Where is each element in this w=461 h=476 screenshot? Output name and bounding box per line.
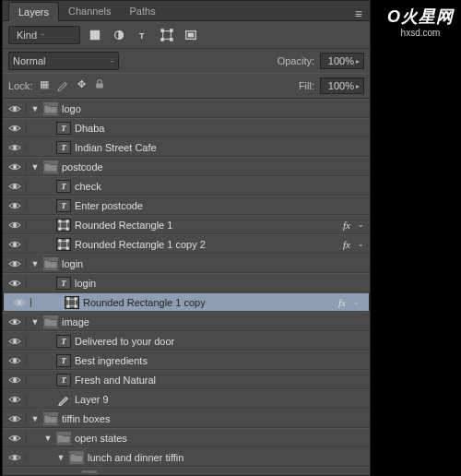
layer-row[interactable]: ▼header xyxy=(3,467,370,473)
visibility-toggle[interactable] xyxy=(3,162,27,172)
layer-name[interactable]: Delivered to your door xyxy=(75,336,174,347)
layer-name[interactable]: Rounded Rectangle 1 copy xyxy=(83,297,206,308)
visibility-toggle[interactable] xyxy=(3,259,27,268)
visibility-toggle[interactable] xyxy=(3,375,27,385)
layer-row[interactable]: ▼login xyxy=(3,254,370,273)
blend-mode-select[interactable]: Normal ÷ xyxy=(8,52,119,70)
layer-row[interactable]: ▼postcode xyxy=(3,157,370,176)
layer-row[interactable]: Tcheck xyxy=(3,176,370,196)
chevron-down-icon[interactable]: ⌄ xyxy=(358,220,364,229)
layer-row[interactable]: Rounded Rectangle 1 copy 2fx⌄ xyxy=(3,234,370,254)
fx-badge[interactable]: fx xyxy=(343,239,350,250)
lock-transparency-icon[interactable]: ▦ xyxy=(38,78,51,93)
layer-row[interactable]: TFresh and Natural xyxy=(3,370,370,389)
svg-point-17 xyxy=(13,184,17,188)
filter-adjustment-icon[interactable] xyxy=(110,26,128,44)
filter-pixel-icon[interactable] xyxy=(86,26,104,44)
visibility-toggle[interactable] xyxy=(3,395,27,404)
layer-row[interactable]: Layer 9 xyxy=(3,389,370,409)
layer-name[interactable]: Layer 9 xyxy=(75,394,109,405)
layer-name[interactable]: check xyxy=(75,181,101,192)
visibility-toggle[interactable] xyxy=(3,356,27,365)
tab-layers[interactable]: Layers xyxy=(8,2,59,21)
visibility-toggle[interactable] xyxy=(3,414,27,423)
visibility-toggle[interactable] xyxy=(3,317,27,327)
text-layer-icon: T xyxy=(56,141,71,154)
chevron-down-icon[interactable]: ⌄ xyxy=(353,298,360,306)
lock-all-icon[interactable] xyxy=(93,78,106,93)
layer-name[interactable]: Rounded Rectangle 1 copy 2 xyxy=(75,239,206,250)
visibility-toggle[interactable] xyxy=(3,279,27,288)
layer-tree[interactable]: ▼logoTDhabaTIndian Street Cafe▼postcodeT… xyxy=(3,99,370,473)
layer-row[interactable]: ▼open states xyxy=(3,428,370,447)
layer-name[interactable]: login xyxy=(62,258,83,269)
disclosure-arrow[interactable]: ▼ xyxy=(30,317,40,327)
visibility-toggle[interactable] xyxy=(3,453,27,462)
layer-name[interactable]: Rounded Rectangle 1 xyxy=(75,220,172,231)
layer-name[interactable]: tiffin boxes xyxy=(62,413,110,424)
layer-row[interactable]: TDelivered to your door xyxy=(3,331,370,351)
disclosure-arrow[interactable]: ▼ xyxy=(69,472,78,474)
disclosure-arrow[interactable]: ▼ xyxy=(56,453,65,462)
svg-rect-22 xyxy=(66,220,68,221)
fill-input[interactable]: 100% ▸ xyxy=(320,77,364,94)
layer-row[interactable]: ▼image xyxy=(3,312,370,331)
tab-paths[interactable]: Paths xyxy=(121,2,165,20)
fx-badge[interactable]: fx xyxy=(343,220,350,231)
layer-row[interactable]: ▼tiffin boxes xyxy=(3,409,370,428)
disclosure-arrow[interactable]: ▼ xyxy=(30,414,40,423)
fx-badge[interactable]: fx xyxy=(338,297,346,308)
svg-rect-27 xyxy=(59,239,61,241)
layer-name[interactable]: image xyxy=(62,316,89,327)
svg-point-15 xyxy=(13,146,17,149)
disclosure-arrow[interactable]: ▼ xyxy=(30,162,40,172)
chevron-down-icon[interactable]: ⌄ xyxy=(358,240,364,248)
visibility-toggle[interactable] xyxy=(3,434,27,443)
filter-kind-select[interactable]: Kind ÷ xyxy=(8,26,80,44)
visibility-toggle[interactable] xyxy=(3,104,27,113)
visibility-toggle[interactable] xyxy=(3,182,27,191)
filter-smart-icon[interactable] xyxy=(182,26,200,44)
layer-row[interactable]: TBest ingredients xyxy=(3,351,370,370)
disclosure-arrow[interactable]: ▼ xyxy=(30,104,40,113)
layer-row[interactable]: ▼lunch and dinner tiffin xyxy=(3,447,370,467)
visibility-toggle[interactable] xyxy=(7,298,31,307)
opacity-input[interactable]: 100% ▸ xyxy=(320,53,364,69)
visibility-toggle[interactable] xyxy=(3,337,27,346)
tab-channels[interactable]: Channels xyxy=(59,2,120,20)
layer-name[interactable]: Dhaba xyxy=(75,123,104,134)
layer-name[interactable]: open states xyxy=(75,433,127,444)
layer-row[interactable]: ▼logo xyxy=(3,99,370,118)
layer-row[interactable]: Rounded Rectangle 1 copyfx⌄ xyxy=(3,292,370,312)
filter-shape-icon[interactable] xyxy=(158,26,176,44)
layer-name[interactable]: lunch and dinner tiffin xyxy=(88,452,183,463)
lock-position-icon[interactable]: ✥ xyxy=(75,78,88,93)
layer-name[interactable]: login xyxy=(75,278,96,289)
layer-name[interactable]: postcode xyxy=(62,161,103,173)
disclosure-arrow[interactable]: ▼ xyxy=(30,259,40,268)
disclosure-arrow[interactable]: ▼ xyxy=(43,434,53,443)
visibility-toggle[interactable] xyxy=(3,143,27,152)
layer-row[interactable]: TDhaba xyxy=(3,118,370,137)
svg-point-14 xyxy=(13,126,17,130)
layer-name[interactable]: Fresh and Natural xyxy=(75,375,156,386)
layer-name[interactable]: Best ingredients xyxy=(75,355,148,366)
layer-name[interactable]: header xyxy=(100,471,132,474)
filter-text-icon[interactable]: T xyxy=(134,26,152,44)
layer-row[interactable]: Tlogin xyxy=(3,273,370,292)
svg-point-16 xyxy=(13,165,17,169)
visibility-toggle[interactable] xyxy=(3,220,27,230)
layer-name[interactable]: Indian Street Cafe xyxy=(75,142,157,153)
visibility-toggle[interactable] xyxy=(3,124,27,133)
visibility-toggle[interactable] xyxy=(3,472,27,474)
panel-menu-icon[interactable]: ≡ xyxy=(348,7,370,20)
visibility-toggle[interactable] xyxy=(3,201,27,210)
layer-name[interactable]: logo xyxy=(62,103,81,114)
layer-row[interactable]: Rounded Rectangle 1fx⌄ xyxy=(3,215,370,234)
svg-rect-29 xyxy=(59,247,61,249)
layer-row[interactable]: TIndian Street Cafe xyxy=(3,137,370,157)
lock-pixels-icon[interactable] xyxy=(56,78,69,93)
layer-row[interactable]: TEnter postcode xyxy=(3,196,370,215)
layer-name[interactable]: Enter postcode xyxy=(75,200,143,211)
visibility-toggle[interactable] xyxy=(3,240,27,249)
